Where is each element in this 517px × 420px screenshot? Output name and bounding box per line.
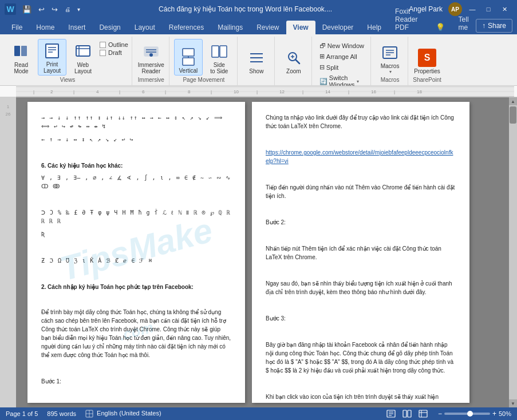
zoom-slider-thumb[interactable] — [467, 411, 473, 417]
svg-rect-1 — [21, 46, 27, 56]
view-read-button[interactable] — [401, 409, 413, 418]
page-num-indicator-2: 26 — [6, 112, 11, 117]
sharepoint-group-label: SharePoint — [413, 76, 441, 83]
tab-home[interactable]: Home — [29, 21, 61, 34]
maximize-button[interactable]: □ — [480, 3, 496, 15]
print-button[interactable]: 🖨 — [63, 5, 72, 14]
svg-rect-2 — [46, 44, 58, 58]
para-4: Bây giờ bạn đăng nhập tài khoản Facebook… — [266, 340, 456, 375]
tab-help[interactable]: Help — [360, 21, 388, 34]
ribbon: ReadMode PrintLayout WebLayout Outline — [0, 34, 517, 86]
draft-checkbox-box[interactable] — [100, 50, 106, 56]
properties-icon: S — [418, 49, 436, 67]
macros-arrow: ▾ — [389, 69, 392, 74]
draft-checkbox[interactable]: Draft — [100, 49, 128, 56]
window-buttons: 🗗 New Window ⊞ Arrange All ⊟ Split 🔄 Swi… — [317, 39, 367, 89]
close-button[interactable]: ✕ — [496, 3, 512, 15]
left-margin: 1 26 — [0, 97, 16, 407]
tab-references[interactable]: References — [162, 21, 211, 34]
zoom-in-button[interactable]: + — [492, 410, 496, 418]
outline-checkbox-box[interactable] — [100, 42, 106, 48]
properties-button[interactable]: S Properties — [413, 39, 441, 76]
side-to-side-label: Sideto Side — [210, 62, 228, 74]
tab-view[interactable]: View — [286, 21, 315, 34]
tab-lightbulb[interactable]: 💡 — [429, 20, 452, 34]
left-page: TipsMake .com → → ↓ ↓ ↑↑ ↑↑ ↕ ↓↑ ↓↓ ↑↑ ↔… — [27, 102, 245, 403]
arrange-all-icon: ⊞ — [319, 53, 325, 60]
undo-button[interactable]: ↩ — [37, 4, 46, 15]
new-window-icon: 🗗 — [319, 42, 326, 49]
chrome-link[interactable]: https://chrome.google.com/webstore/detai… — [266, 148, 456, 165]
svg-rect-17 — [220, 46, 227, 57]
vertical-scrollbar[interactable]: ▲ ▼ — [509, 97, 517, 407]
tab-layout[interactable]: Layout — [128, 21, 162, 34]
ruler-svg: | 2 | 4 | 6 | 8 | 10 | 12 | 14 | 16 | 18 — [16, 86, 514, 97]
share-button[interactable]: ↑ Share — [476, 19, 512, 33]
vertical-label: Vertical — [179, 68, 198, 74]
side-to-side-button[interactable]: Sideto Side — [205, 39, 234, 76]
page-count: Page 1 of 5 — [6, 410, 38, 417]
svg-text:16: 16 — [371, 89, 376, 94]
share-label: Share — [488, 22, 506, 30]
tab-tellme[interactable]: Tell me — [452, 13, 476, 34]
scroll-thumb[interactable] — [510, 106, 516, 124]
svg-text:|: | — [348, 89, 349, 94]
svg-rect-0 — [14, 46, 20, 56]
pages-container[interactable]: TipsMake .com → → ↓ ↓ ↑↑ ↑↑ ↕ ↓↑ ↓↓ ↑↑ ↔… — [16, 97, 509, 407]
tab-review[interactable]: Review — [250, 21, 286, 34]
immersive-group-label: Immersive — [138, 76, 164, 83]
language-icon — [85, 410, 93, 418]
web-layout-icon — [74, 42, 92, 61]
svg-rect-31 — [16, 96, 514, 97]
customize-qa-button[interactable]: ▾ — [76, 5, 82, 14]
zoom-button[interactable]: Zoom — [279, 39, 308, 76]
macros-buttons: Macros ▾ — [376, 39, 404, 76]
redo-button[interactable]: ↪ — [50, 4, 60, 15]
svg-rect-58 — [403, 410, 407, 417]
share-icon: ↑ — [482, 22, 486, 30]
scroll-down-button[interactable]: ▼ — [509, 399, 517, 407]
tab-design[interactable]: Design — [92, 21, 127, 34]
arrange-all-label: Arrange All — [326, 53, 357, 60]
tab-developer[interactable]: Developer — [315, 21, 361, 34]
zoom-slider[interactable] — [444, 413, 490, 415]
para-1: Để trình bày một dãy công thức Toán học,… — [41, 308, 231, 359]
print-layout-label: PrintLayout — [44, 61, 61, 74]
macros-button[interactable]: Macros ▾ — [376, 39, 404, 76]
vertical-button[interactable]: Vertical — [174, 39, 203, 76]
outline-checkbox[interactable]: Outline — [100, 41, 128, 48]
view-web-button[interactable] — [417, 409, 429, 418]
immersive-reader-button[interactable]: ImmersiveReader — [137, 39, 165, 76]
tab-file[interactable]: File — [5, 21, 29, 34]
svg-text:|: | — [73, 89, 74, 94]
macros-label: Macros — [381, 63, 400, 69]
split-button[interactable]: ⊟ Split — [317, 62, 367, 72]
zoom-label: Zoom — [286, 68, 301, 74]
buoc-2: Bước 2: — [266, 218, 456, 227]
arrange-all-button[interactable]: ⊞ Arrange All — [317, 51, 367, 61]
show-button[interactable]: Show — [242, 39, 271, 76]
zoom-out-button[interactable]: − — [438, 410, 442, 418]
read-mode-button[interactable]: ReadMode — [7, 39, 35, 76]
svg-point-12 — [149, 53, 153, 57]
tab-mailings[interactable]: Mailings — [211, 21, 250, 34]
right-page: Chúng ta nhập vào link dưới đây để truy … — [252, 102, 469, 403]
zoom-level: 50% — [499, 410, 511, 417]
ribbon-group-macros: Macros ▾ Macros — [372, 37, 408, 85]
tab-foxit[interactable]: Foxit Reader PDF — [388, 5, 429, 34]
new-window-button[interactable]: 🗗 New Window — [317, 41, 367, 50]
scroll-up-button[interactable]: ▲ — [509, 97, 517, 105]
ribbon-group-window: 🗗 New Window ⊞ Arrange All ⊟ Split 🔄 Swi… — [313, 37, 371, 85]
special-chars-3: Ↄ Ɔ % ‰ £ Ə Ŧ φ ψ Ч H Ħ ħ g ẛ ℒ ℓ ℕ Ⅱ ℝ … — [41, 208, 231, 225]
status-bar: Page 1 of 5 895 words English (United St… — [0, 407, 517, 420]
buoc-1: Bước 1: — [41, 377, 231, 386]
print-layout-button[interactable]: PrintLayout — [38, 39, 66, 76]
view-normal-button[interactable] — [385, 409, 397, 418]
intro-text: Chúng ta nhập vào link dưới đây để truy … — [266, 113, 456, 130]
save-button[interactable]: 💾 — [21, 4, 33, 15]
svg-line-22 — [295, 60, 299, 64]
web-layout-button[interactable]: WebLayout — [69, 39, 97, 76]
outline-label: Outline — [108, 41, 128, 48]
tab-insert[interactable]: Insert — [61, 21, 92, 34]
show-label: Show — [249, 68, 263, 74]
